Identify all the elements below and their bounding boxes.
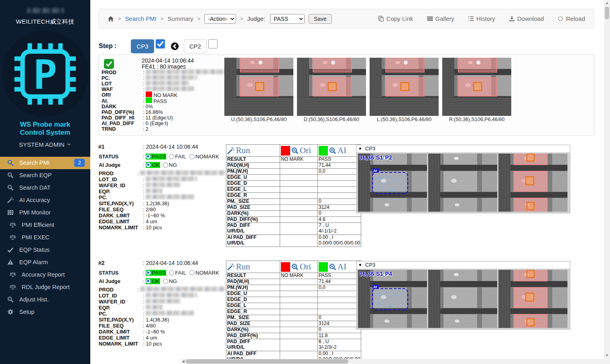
run-button[interactable]: Run <box>226 261 280 273</box>
sidebar-item-setup[interactable]: Setup <box>0 306 90 318</box>
image-strip: CP3 AI 36,36 S1 P2 <box>356 145 570 213</box>
wafer-image-original[interactable] <box>428 270 497 328</box>
result-row-edge-d: EDGE_D <box>226 181 361 187</box>
save-button[interactable]: Save <box>309 14 332 24</box>
result-row-label: PAD(W,H) <box>226 279 280 285</box>
redacted-value <box>140 170 225 175</box>
status-radio-nomark[interactable] <box>189 154 195 159</box>
summary-thumbnail-u[interactable]: U:(50,36),S106,P6,46/80 <box>224 58 293 122</box>
ai-value <box>318 291 361 297</box>
status-radio-pass[interactable] <box>146 270 151 275</box>
status-radio-fail[interactable] <box>169 154 174 159</box>
result-row-label: EDGE_R <box>226 309 280 315</box>
ai-zoom-button[interactable]: AI <box>318 145 361 157</box>
step-button-cp3[interactable]: CP3 <box>131 39 154 53</box>
ai-judge-radio-ng[interactable] <box>163 279 168 284</box>
sidebar-item-accuracy-report[interactable]: Accuracy Report <box>0 269 90 281</box>
sidebar-item-search-eqp[interactable]: Search EQP <box>0 169 90 182</box>
ori-value <box>280 327 318 333</box>
sidebar-item-eqp-status[interactable]: EQP Status <box>0 244 90 256</box>
sidebar-item-adjust-hist[interactable]: Adjust Hist. <box>0 293 90 306</box>
ai-judge-option-ng: NG <box>163 162 177 168</box>
judge-select[interactable]: PASS <box>270 14 305 24</box>
wafer-image-original[interactable] <box>428 154 497 212</box>
ori-zoom-button[interactable]: Ori <box>280 145 318 157</box>
sidebar-item-pmi-exec[interactable]: PMI EXEC <box>0 231 90 244</box>
sidebar-item-search-dat[interactable]: Search DAT <box>0 182 90 194</box>
reload-button[interactable]: Reload <box>557 15 585 22</box>
copy-link-button[interactable]: Copy Link <box>378 15 413 22</box>
status-radio-nomark[interactable] <box>189 270 195 275</box>
ai-value: 0.00 , I 0.00/0.00/0.00/0.00 <box>318 235 361 247</box>
field-value <box>146 81 189 87</box>
chevron-down-icon <box>67 142 71 147</box>
wafer-image-ai[interactable]: AI 36,36 S1 P2 <box>358 154 427 212</box>
sidebar-item-ai-accuracy[interactable]: AI Accuracy <box>0 194 90 206</box>
wafer-image[interactable] <box>297 58 366 116</box>
ori-value <box>280 333 318 339</box>
status-radio-fail[interactable] <box>169 270 174 275</box>
horizontal-scrollbar-thumb[interactable] <box>186 359 348 364</box>
summary-thumbnail-l[interactable]: L:(50,36),S106,P6,46/80 <box>370 58 439 122</box>
gallery-button[interactable]: Gallery <box>427 15 455 22</box>
run-button[interactable]: Run <box>226 145 280 157</box>
gear-icon <box>7 309 14 315</box>
wafer-image-ai[interactable]: AI 36,36 S1 P4 <box>358 270 427 328</box>
ai-judge-radio-ok[interactable] <box>146 279 151 284</box>
sidebar-item-search-pmi[interactable]: Search PMI 2 <box>0 157 90 169</box>
history-button[interactable]: History <box>468 15 495 22</box>
result-row-pad-size: PAD_SIZE 3124 <box>226 205 361 211</box>
field-value: 2 <box>146 126 148 132</box>
ai-value: 0,0 <box>318 169 361 175</box>
balance-icon <box>10 271 16 278</box>
wafer-image-marked[interactable] <box>498 154 567 212</box>
scroll-up-arrow[interactable]: ▲ <box>604 0 610 6</box>
field-label: LOT_ID <box>99 293 143 299</box>
ai-judge-radio-ng[interactable] <box>163 162 168 168</box>
summary-thumbnail-r[interactable]: R:(50,36),S106,P6,46/80 <box>442 58 511 122</box>
result-row-label: PAD_SIZE <box>226 205 280 211</box>
wafer-image[interactable] <box>224 58 293 116</box>
user-role-menu[interactable]: SYSTEM ADMIN <box>19 141 71 148</box>
summary-field-dark: DARK : 0% <box>102 103 228 109</box>
summary-thumbnail-d[interactable]: D:(50,36),S106,P6,46/80 <box>297 58 366 122</box>
field-label: AI_PAD_DIFF <box>102 120 143 126</box>
ai-value: PASS <box>318 273 361 279</box>
sidebar-item-rdl-judge-report[interactable]: RDL Judge Report <box>0 281 90 293</box>
field-label: EQP. <box>99 305 143 311</box>
wafer-image-marked[interactable] <box>498 270 567 328</box>
record-field-wafer-id: WAFER_ID: <box>99 299 225 305</box>
ori-value <box>280 205 318 211</box>
scroll-down-arrow[interactable]: ▼ <box>604 352 610 358</box>
ori-value <box>280 339 318 351</box>
download-button[interactable]: Download <box>509 15 544 22</box>
vertical-scrollbar-thumb[interactable] <box>605 6 609 19</box>
ai-judge-radio-ok[interactable] <box>146 162 151 168</box>
scroll-left-arrow[interactable]: ◀ <box>181 359 186 364</box>
toolbar-link-label: History <box>476 15 495 22</box>
summary-field-prod: PROD : <box>102 69 228 75</box>
status-radio-pass[interactable] <box>146 154 151 159</box>
sidebar-item-eqp-alarm[interactable]: EQP Alarm <box>0 256 90 269</box>
sidebar-item-label: Search PMI <box>19 160 50 166</box>
chevron-circle-left-icon[interactable] <box>171 42 179 51</box>
step-checkbox-cp2[interactable] <box>208 39 218 49</box>
wafer-image[interactable] <box>442 58 511 116</box>
step-selector: Step : CP3CP2 <box>99 38 218 54</box>
ai-zoom-button[interactable]: AI <box>318 261 361 273</box>
step-checkbox-cp3[interactable] <box>156 39 165 49</box>
breadcrumb-link-search-pmi[interactable]: Search PMI <box>125 15 157 22</box>
record-field-eqp: EQP.: <box>99 188 225 194</box>
sidebar-item-pmi-efficient[interactable]: PMI Efficient <box>0 219 90 231</box>
sidebar-item-pmi-monitor[interactable]: PMI Monitor <box>0 206 90 219</box>
summary-datetime: 2024-04-14 10:06:44 <box>142 57 194 64</box>
sidebar-item-label: AI Accuracy <box>19 197 50 203</box>
home-icon[interactable] <box>108 16 114 22</box>
horizontal-scrollbar[interactable]: ◀ ▶ <box>181 359 610 364</box>
ori-zoom-button[interactable]: Ori <box>280 261 318 273</box>
wafer-image[interactable] <box>370 58 439 116</box>
action-select[interactable]: -Action- <box>204 14 236 24</box>
vertical-scrollbar[interactable]: ▲ ▼ <box>604 0 610 364</box>
step-button-cp2[interactable]: CP2 <box>184 39 207 53</box>
summary-checkbox[interactable] <box>104 59 114 69</box>
